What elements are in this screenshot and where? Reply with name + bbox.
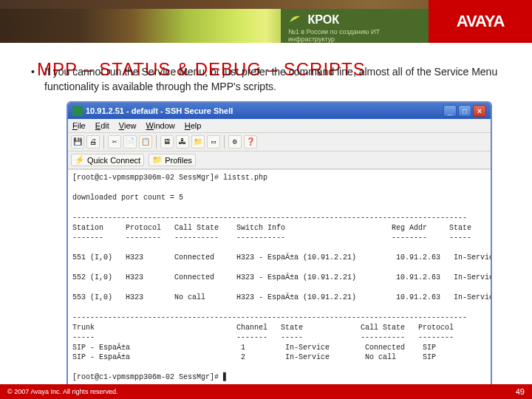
profiles-button[interactable]: 📁 Profiles — [149, 154, 196, 166]
menu-window[interactable]: Window — [146, 121, 175, 130]
menu-help[interactable]: Help — [185, 121, 202, 130]
profiles-label: Profiles — [165, 156, 192, 165]
krok-tagline: №1 в России по созданию ИТ инфраструктур — [288, 28, 421, 43]
save-icon[interactable]: 💾 — [71, 135, 84, 149]
toolbar: 💾 🖨 ✂ 📄 📋 🖥 🖧 📁 ▭ ⚙ ❓ — [68, 133, 491, 151]
toolbar-separator — [156, 135, 157, 149]
bullet-item: If you cannot run the Service Menu, or j… — [31, 65, 501, 94]
terminal-output[interactable]: [root@c1-vpmsmpp306m-02 SessMgr]# listst… — [68, 169, 491, 386]
terminal-icon[interactable]: ▭ — [207, 135, 220, 149]
toolbar-separator — [224, 135, 225, 149]
banner: КРОК №1 в России по созданию ИТ инфрастр… — [0, 0, 532, 43]
settings-icon[interactable]: ⚙ — [228, 135, 242, 149]
quick-connect-button[interactable]: ⚡ Quick Connect — [71, 154, 144, 166]
close-button[interactable]: × — [473, 105, 486, 117]
menu-file[interactable]: File — [72, 121, 86, 130]
copyright: © 2007 Avaya Inc. All rights reserved. — [7, 388, 118, 395]
folder-icon[interactable]: 📁 — [191, 135, 205, 149]
maximize-button[interactable]: □ — [458, 105, 471, 117]
ssh-window: 10.91.2.51 - default - SSH Secure Shell … — [66, 101, 492, 399]
connect-icon[interactable]: 🖥 — [160, 135, 174, 149]
window-title: 10.91.2.51 - default - SSH Secure Shell — [86, 106, 443, 115]
bullet-list: If you cannot run the Service Menu, or j… — [31, 65, 501, 94]
logo-box: AVAYA — [429, 0, 532, 43]
menu-edit[interactable]: Edit — [95, 121, 109, 130]
toolbar-separator — [103, 135, 104, 149]
footer: © 2007 Avaya Inc. All rights reserved. 4… — [0, 384, 532, 399]
ssh-titlebar[interactable]: 10.91.2.51 - default - SSH Secure Shell … — [68, 103, 491, 119]
lightning-icon: ⚡ — [75, 155, 85, 165]
paste-icon[interactable]: 📋 — [139, 135, 152, 149]
content: MPP – STATUS & DEBUG – SCRIPTS If you ca… — [0, 43, 532, 399]
folder-icon: 📁 — [152, 155, 163, 165]
toolbar2: ⚡ Quick Connect 📁 Profiles — [68, 151, 491, 169]
help-icon[interactable]: ❓ — [244, 135, 257, 149]
minimize-button[interactable]: _ — [443, 105, 457, 117]
quick-connect-label: Quick Connect — [87, 156, 140, 165]
cut-icon[interactable]: ✂ — [108, 135, 121, 149]
disconnect-icon[interactable]: 🖧 — [176, 135, 189, 149]
print-icon[interactable]: 🖨 — [86, 135, 100, 149]
copy-icon[interactable]: 📄 — [123, 135, 137, 149]
leaf-icon — [288, 13, 301, 27]
menubar: File Edit View Window Help — [68, 119, 491, 133]
page-number: 49 — [516, 387, 525, 396]
menu-view[interactable]: View — [119, 121, 137, 130]
app-icon — [72, 106, 83, 116]
krok-box: КРОК №1 в России по созданию ИТ инфрастр… — [281, 9, 429, 43]
krok-name: КРОК — [307, 13, 338, 27]
logo-text: AVAYA — [457, 12, 505, 31]
window-buttons: _ □ × — [443, 105, 486, 117]
